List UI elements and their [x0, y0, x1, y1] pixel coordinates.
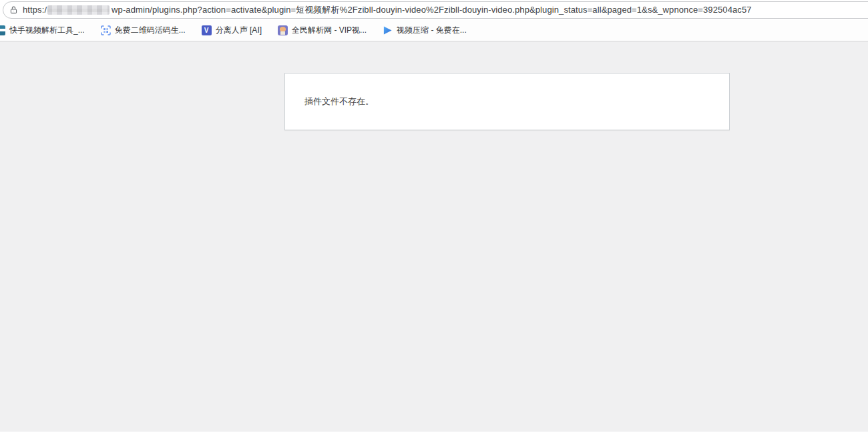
- kuaishou-parser-icon: [0, 25, 5, 35]
- address-bar-row: https:/wp-admin/plugins.php?action=activ…: [0, 0, 868, 20]
- url-text: https:/wp-admin/plugins.php?action=activ…: [23, 4, 752, 16]
- bookmark-item-vocal-split[interactable]: V 分离人声 [AI]: [202, 25, 262, 36]
- play-triangle-icon: [383, 25, 393, 35]
- bookmark-label: 免费二维码活码生...: [115, 25, 186, 36]
- bookmark-item-kuaishou[interactable]: 快手视频解析工具_...: [0, 25, 85, 36]
- error-message: 插件文件不存在。: [304, 96, 710, 107]
- page-content: 插件文件不存在。: [0, 42, 868, 432]
- url-path: wp-admin/plugins.php?action=activate&plu…: [112, 5, 751, 15]
- qrcode-scan-icon: [101, 25, 111, 35]
- bookmark-item-video-compress[interactable]: 视频压缩 - 免费在...: [383, 25, 467, 36]
- bookmark-label: 视频压缩 - 免费在...: [397, 25, 467, 36]
- url-protocol: https:/: [23, 5, 47, 15]
- bookmark-label: 快手视频解析工具_...: [9, 25, 85, 36]
- bookmark-item-qrcode[interactable]: 免费二维码活码生...: [101, 25, 186, 36]
- address-bar[interactable]: https:/wp-admin/plugins.php?action=activ…: [3, 1, 868, 19]
- browser-window: https:/wp-admin/plugins.php?action=activ…: [0, 0, 868, 433]
- quanmin-parser-icon: [278, 25, 288, 35]
- error-box: 插件文件不存在。: [284, 73, 730, 130]
- censored-domain-mosaic: [47, 5, 110, 15]
- bookmark-item-quanmin[interactable]: 全民解析网 - VIP视...: [278, 25, 367, 36]
- lock-icon[interactable]: [9, 5, 18, 15]
- letter-v-icon: V: [202, 25, 212, 35]
- bookmark-label: 全民解析网 - VIP视...: [292, 25, 367, 36]
- bookmarks-bar: 快手视频解析工具_... 免费二维码活码生... V: [0, 20, 868, 42]
- bookmark-label: 分离人声 [AI]: [216, 25, 262, 36]
